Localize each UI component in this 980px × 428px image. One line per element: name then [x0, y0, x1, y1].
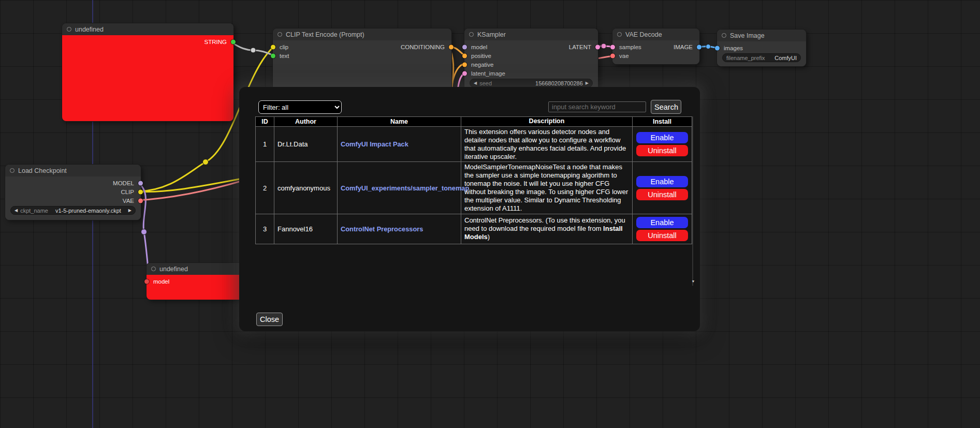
filename-prefix-widget[interactable]: filename_prefix ComfyUI — [722, 53, 801, 62]
slot-row: MODEL — [5, 179, 141, 187]
input-slot-text[interactable] — [271, 53, 275, 58]
graph-canvas[interactable]: undefined STRING CLIP Text Encode (Promp… — [0, 0, 980, 428]
input-slot-negative[interactable] — [462, 62, 467, 67]
node-load-checkpoint[interactable]: Load Checkpoint MODEL CLIP VAE ◀ ckpt_na… — [5, 165, 141, 220]
table-row: 3 Fannovel16 ControlNet Preprocessors Co… — [256, 214, 692, 244]
extension-description: ControlNet Preprocessors. (To use this e… — [461, 214, 633, 244]
reroute-dot-latent[interactable] — [601, 43, 606, 49]
ckpt-name-widget[interactable]: ◀ ckpt_name v1-5-pruned-emaonly.ckpt ▶ — [10, 206, 136, 215]
seed-widget[interactable]: ◀ seed 156680208700286 ▶ — [470, 79, 593, 87]
decrement-arrow-icon[interactable]: ◀ — [474, 81, 477, 85]
uninstall-button[interactable]: Uninstall — [636, 189, 688, 200]
search-button[interactable]: Search — [651, 100, 681, 114]
enable-button[interactable]: Enable — [636, 176, 688, 187]
output-slot-vae[interactable] — [138, 198, 143, 203]
input-label: model — [153, 278, 169, 285]
slot-row: vae — [612, 51, 699, 60]
reroute-dot-clip[interactable] — [203, 159, 209, 165]
input-slot-vae[interactable] — [610, 53, 615, 58]
column-header-description: Description — [461, 117, 633, 127]
widget-value: v1-5-pruned-emaonly.ckpt — [55, 208, 121, 214]
output-slot-image[interactable] — [697, 45, 701, 49]
output-label: LATENT — [569, 44, 591, 50]
node-header: VAE Decode — [612, 28, 699, 40]
output-label: CLIP — [121, 189, 134, 195]
extensions-table-container: ID Author Name Description Install 1 Dr.… — [255, 116, 686, 286]
node-ksampler[interactable]: KSampler model LATENT positive negative … — [464, 28, 598, 94]
slot-row: text — [273, 51, 451, 60]
node-body: clip CONDITIONING text — [273, 40, 451, 91]
install-cell: Enable Uninstall — [633, 214, 692, 244]
column-header-install: Install — [633, 117, 692, 127]
custom-nodes-manager-dialog: Filter: all Search ID Author Name Descri… — [239, 87, 700, 331]
collapse-dot[interactable] — [151, 267, 156, 271]
widget-value: 156680208700286 — [535, 80, 583, 86]
slot-row: clip CONDITIONING — [273, 42, 451, 51]
output-slot-latent[interactable] — [595, 45, 600, 49]
input-slot-positive[interactable] — [462, 53, 467, 58]
node-header: Save Image — [717, 29, 806, 41]
extension-id: 3 — [256, 214, 274, 244]
uninstall-button[interactable]: Uninstall — [636, 230, 688, 241]
extension-name-cell: ComfyUI_experiments/sampler_tonemap — [338, 162, 461, 214]
close-button[interactable]: Close — [256, 313, 283, 326]
reroute-dot-model[interactable] — [141, 229, 147, 235]
extension-link[interactable]: ComfyUI Impact Pack — [341, 140, 408, 148]
input-slot-samples[interactable] — [610, 45, 615, 49]
node-undefined-top[interactable]: undefined STRING — [62, 23, 233, 121]
reroute-dot-image[interactable] — [706, 45, 711, 49]
widget-label: filename_prefix — [726, 55, 765, 61]
input-label: text — [280, 53, 289, 59]
description-text: This extension offers various detector n… — [464, 128, 626, 160]
description-text: ModelSamplerTonemapNoiseTest a node that… — [464, 163, 628, 212]
input-slot-model[interactable] — [144, 279, 149, 284]
extension-author: Dr.Lt.Data — [274, 127, 338, 162]
filter-select[interactable]: Filter: all — [258, 100, 342, 114]
node-clip-text-encode[interactable]: CLIP Text Encode (Prompt) clip CONDITION… — [273, 28, 451, 91]
input-label: negative — [471, 62, 493, 68]
slot-row: STRING — [62, 37, 233, 46]
slot-row: CLIP — [5, 187, 141, 196]
node-body: model LATENT positive negative latent_im… — [464, 40, 598, 94]
node-vae-decode[interactable]: VAE Decode samples IMAGE vae — [612, 28, 699, 64]
input-slot-clip[interactable] — [271, 45, 275, 49]
collapse-dot[interactable] — [10, 168, 14, 173]
input-label: latent_image — [471, 70, 505, 77]
slot-row: samples IMAGE — [612, 42, 699, 51]
extension-link[interactable]: ComfyUI_experiments/sampler_tonemap — [341, 184, 469, 192]
decrement-arrow-icon[interactable]: ◀ — [14, 209, 18, 213]
collapse-dot[interactable] — [617, 32, 622, 37]
enable-button[interactable]: Enable — [636, 217, 688, 228]
increment-arrow-icon[interactable]: ▶ — [128, 209, 131, 213]
node-save-image[interactable]: Save Image images filename_prefix ComfyU… — [717, 29, 806, 66]
output-slot-model[interactable] — [138, 181, 143, 185]
input-slot-model[interactable] — [462, 45, 467, 49]
output-slot-conditioning[interactable] — [449, 45, 454, 49]
input-slot-latent-image[interactable] — [462, 71, 467, 76]
column-header-name: Name — [338, 117, 461, 127]
column-header-id: ID — [256, 117, 274, 127]
slot-row: negative — [464, 60, 598, 69]
output-slot-string[interactable] — [231, 39, 236, 44]
input-label: images — [724, 45, 743, 51]
collapse-dot[interactable] — [67, 27, 71, 32]
input-slot-images[interactable] — [715, 46, 720, 50]
reroute-dot-string[interactable] — [251, 48, 256, 53]
uninstall-button[interactable]: Uninstall — [636, 145, 688, 156]
node-body: MODEL CLIP VAE ◀ ckpt_name v1-5-pruned-e… — [5, 176, 141, 220]
collapse-dot[interactable] — [277, 32, 282, 37]
search-input[interactable] — [548, 101, 646, 112]
collapse-dot[interactable] — [722, 33, 726, 38]
output-label: CONDITIONING — [401, 44, 445, 50]
node-body: STRING — [62, 35, 233, 121]
enable-button[interactable]: Enable — [636, 132, 688, 143]
input-label: clip — [280, 44, 288, 50]
extension-link[interactable]: ControlNet Preprocessors — [341, 225, 423, 233]
increment-arrow-icon[interactable]: ▶ — [586, 81, 589, 85]
table-scrollbar[interactable]: ▼ — [692, 116, 693, 286]
extension-author: comfyanonymous — [274, 162, 338, 214]
output-slot-clip[interactable] — [138, 189, 143, 194]
node-header: KSampler — [464, 28, 598, 40]
collapse-dot[interactable] — [469, 32, 474, 37]
extension-id: 1 — [256, 127, 274, 162]
